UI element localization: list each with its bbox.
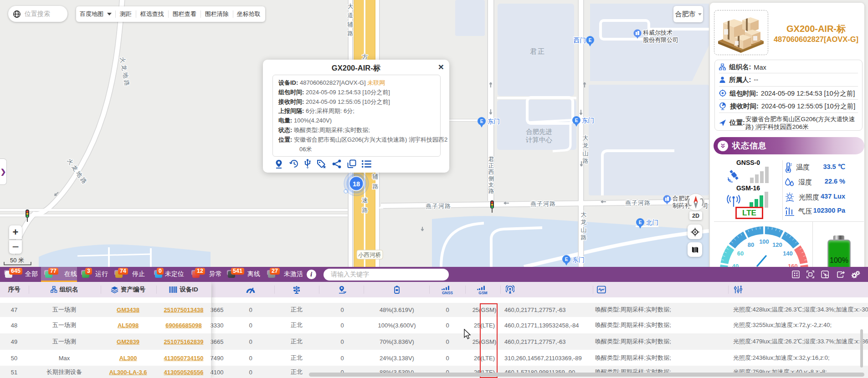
- svg-text:GNSS: GNSS: [442, 291, 453, 295]
- svg-text:E: E: [589, 38, 592, 43]
- svg-text:正: 正: [488, 163, 494, 169]
- svg-text:路: 路: [488, 188, 494, 194]
- svg-text:道: 道: [348, 12, 354, 19]
- svg-text:路: 路: [362, 207, 368, 214]
- svg-text:侧: 侧: [488, 175, 494, 182]
- svg-text:龙: 龙: [581, 219, 587, 225]
- svg-text:大: 大: [581, 211, 587, 218]
- svg-text:支: 支: [488, 182, 494, 188]
- svg-text:东门: 东门: [582, 117, 594, 124]
- svg-text:东门: 东门: [572, 256, 585, 263]
- svg-text:西: 西: [488, 169, 494, 175]
- svg-text:40: 40: [732, 263, 739, 267]
- svg-text:燕子河路: 燕子河路: [530, 200, 556, 207]
- svg-text:路: 路: [373, 183, 379, 190]
- svg-text:北门: 北门: [646, 219, 658, 226]
- svg-text:80: 80: [748, 241, 754, 248]
- svg-text:大: 大: [348, 3, 354, 10]
- svg-text:火龙地路: 火龙地路: [119, 56, 131, 88]
- svg-text:燕子河路: 燕子河路: [625, 199, 651, 206]
- svg-text:速: 速: [362, 197, 368, 204]
- svg-text:18: 18: [353, 180, 360, 188]
- svg-text:西门: 西门: [574, 37, 586, 44]
- svg-text:计算中心: 计算中心: [525, 136, 553, 143]
- svg-text:君正: 君正: [530, 47, 545, 55]
- svg-text:山: 山: [581, 226, 587, 233]
- svg-text:GSM: GSM: [478, 291, 487, 295]
- svg-text:E: E: [565, 257, 568, 262]
- svg-text:山: 山: [583, 150, 589, 157]
- svg-text:160: 160: [788, 263, 798, 267]
- svg-text:合肥先进: 合肥先进: [526, 128, 552, 135]
- svg-text:E: E: [639, 220, 642, 225]
- svg-text:辅: 辅: [372, 173, 379, 180]
- svg-text:君: 君: [488, 156, 494, 163]
- svg-text:燕子河路: 燕子河路: [426, 203, 451, 209]
- svg-text:路: 路: [581, 234, 587, 241]
- svg-text:小西河桥: 小西河桥: [358, 252, 381, 258]
- svg-text:路: 路: [348, 30, 354, 37]
- svg-text:路: 路: [583, 158, 589, 164]
- svg-text:辅: 辅: [347, 21, 354, 28]
- svg-text:方: 方: [362, 53, 368, 60]
- svg-text:140: 140: [783, 250, 793, 257]
- svg-text:100: 100: [759, 238, 769, 245]
- svg-text:120: 120: [772, 241, 782, 248]
- svg-text:股份有限公司: 股份有限公司: [643, 36, 678, 43]
- svg-text:60: 60: [737, 250, 744, 257]
- svg-text:科威尔技术: 科威尔技术: [643, 29, 673, 36]
- svg-text:龙: 龙: [583, 142, 589, 149]
- svg-text:E: E: [480, 119, 483, 124]
- svg-text:E: E: [575, 118, 578, 123]
- svg-text:大: 大: [583, 134, 589, 141]
- svg-text:东门: 东门: [488, 118, 500, 125]
